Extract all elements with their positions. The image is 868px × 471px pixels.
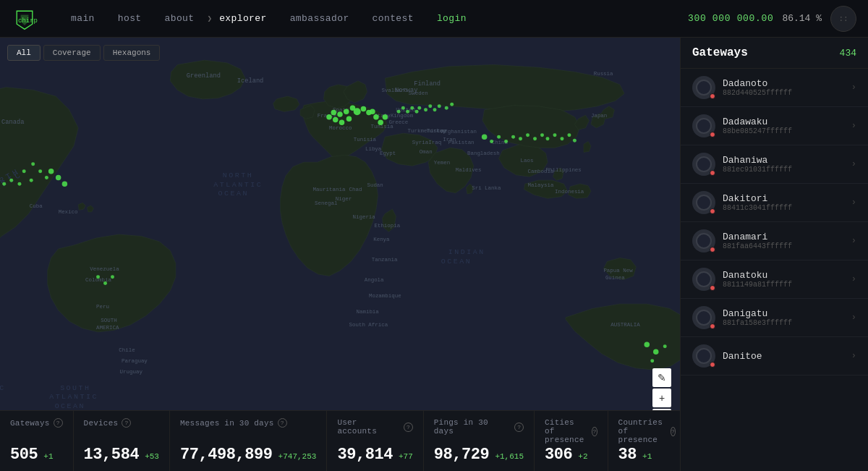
stat-label: Messages in 30 days bbox=[180, 419, 274, 428]
svg-text:Ethiopia: Ethiopia bbox=[374, 223, 400, 229]
nav-main[interactable]: main bbox=[61, 9, 105, 28]
stat-info-icon[interactable]: ? bbox=[54, 418, 63, 428]
social-icon[interactable]: :: bbox=[830, 6, 856, 32]
svg-text:Paraguay: Paraguay bbox=[122, 358, 148, 364]
stat-label: Gateways bbox=[10, 419, 50, 428]
gateway-name: Dadanoto bbox=[723, 78, 847, 89]
gateway-item[interactable]: Dahaniwa 881ec91031ffffff › bbox=[681, 145, 868, 184]
svg-text:INDIAN: INDIAN bbox=[448, 249, 485, 257]
gateway-list: Dadanoto 882d440525ffffff › Dadawaku 88b… bbox=[681, 69, 868, 471]
svg-text:Finland: Finland bbox=[414, 80, 441, 88]
svg-point-135 bbox=[497, 135, 501, 139]
map-tab-all[interactable]: All bbox=[7, 45, 41, 61]
nav-ambassador[interactable]: ambassador bbox=[280, 9, 359, 28]
svg-text:Namibia: Namibia bbox=[356, 309, 379, 315]
svg-point-141 bbox=[540, 133, 544, 137]
svg-text:Yemen: Yemen bbox=[434, 160, 450, 166]
svg-point-122 bbox=[9, 179, 13, 182]
gateway-avatar bbox=[692, 191, 715, 214]
gateway-id: 88be085247ffffff bbox=[723, 127, 847, 135]
gateway-item[interactable]: Dadanoto 882d440525ffffff › bbox=[681, 69, 868, 107]
gateway-item[interactable]: Danigatu 881fa158e3ffffff › bbox=[681, 299, 868, 337]
gateway-info: Danatoku 8811149a81ffffff bbox=[723, 270, 847, 289]
stat-info-icon[interactable]: ? bbox=[278, 418, 287, 428]
svg-text:Chile: Chile bbox=[119, 347, 135, 353]
svg-point-109 bbox=[433, 108, 437, 111]
svg-text:Maldives: Maldives bbox=[456, 167, 482, 173]
stats-bar: Gateways ? 505 +1 Devices ? 13,584 +53 M… bbox=[0, 410, 680, 471]
svg-text:Papua New: Papua New bbox=[603, 268, 633, 273]
stat-value: 306 bbox=[545, 446, 572, 464]
svg-text:NORTH: NORTH bbox=[223, 171, 253, 179]
stat-value: 39,814 bbox=[337, 446, 393, 464]
map-zoom-in-button[interactable]: + bbox=[652, 389, 671, 407]
gateway-item[interactable]: Danitoe › bbox=[681, 337, 868, 375]
app-header: chirp main host about ❯ explorer ambassa… bbox=[0, 0, 868, 38]
nav-host[interactable]: host bbox=[108, 9, 152, 28]
svg-text:Russia: Russia bbox=[594, 71, 613, 77]
gateway-item[interactable]: Dakitori 88411c3041ffffff › bbox=[681, 184, 868, 222]
gateway-avatar bbox=[692, 306, 715, 329]
stat-info-icon[interactable]: ? bbox=[122, 418, 131, 428]
gateway-name: Danitoe bbox=[723, 351, 847, 362]
stat-cell: Gateways ? 505 +1 bbox=[0, 411, 74, 471]
svg-text:Tunisia: Tunisia bbox=[354, 137, 377, 143]
svg-text:Morocco: Morocco bbox=[329, 125, 352, 131]
gateway-info: Danigatu 881fa158e3ffffff bbox=[723, 308, 847, 327]
svg-point-118 bbox=[45, 176, 48, 179]
map-tab-coverage[interactable]: Coverage bbox=[43, 45, 101, 61]
svg-point-90 bbox=[344, 109, 349, 114]
stat-info-icon[interactable]: ? bbox=[514, 423, 524, 432]
stat-label: Countries of presence bbox=[618, 418, 667, 444]
svg-point-146 bbox=[573, 139, 576, 143]
map-tab-hexagons[interactable]: Hexagons bbox=[103, 45, 161, 61]
svg-text:South Africa: South Africa bbox=[349, 322, 388, 328]
gateway-item[interactable]: Danatoku 8811149a81ffffff › bbox=[681, 260, 868, 299]
gateway-item[interactable]: Danamari 881faa6443ffffff › bbox=[681, 222, 868, 260]
map-edit-button[interactable]: ✎ bbox=[652, 368, 671, 387]
map-tab-controls: All Coverage Hexagons bbox=[7, 45, 160, 61]
svg-point-94 bbox=[333, 117, 338, 122]
svg-point-108 bbox=[428, 104, 432, 108]
gateway-name: Dahaniwa bbox=[723, 155, 847, 166]
nav-login[interactable]: login bbox=[427, 9, 477, 28]
gateway-id: 8811149a81ffffff bbox=[723, 281, 847, 289]
svg-point-103 bbox=[406, 110, 409, 114]
gateway-name: Dadawaku bbox=[723, 116, 847, 127]
svg-point-102 bbox=[401, 106, 405, 110]
stat-info-icon[interactable]: ? bbox=[592, 427, 597, 436]
nav-about[interactable]: about bbox=[155, 9, 205, 28]
svg-text:Kingdom: Kingdom bbox=[391, 113, 414, 119]
main-nav: main host about ❯ explorer ambassador co… bbox=[61, 9, 688, 28]
sidebar-header: Gateways 434 bbox=[681, 38, 868, 69]
svg-point-123 bbox=[2, 182, 6, 186]
svg-point-111 bbox=[445, 106, 448, 110]
svg-point-145 bbox=[567, 133, 571, 137]
stat-cell: Messages in 30 days ? 77,498,899 +747,25… bbox=[170, 411, 327, 471]
stat-cell: Pings in 30 days ? 98,729 +1,615 bbox=[424, 411, 535, 471]
gateway-item[interactable]: Dadawaku 88be085247ffffff › bbox=[681, 107, 868, 145]
svg-text:Tanzania: Tanzania bbox=[372, 257, 398, 263]
stat-delta: +1,615 bbox=[495, 452, 524, 461]
chevron-right-icon: › bbox=[851, 159, 856, 169]
svg-point-110 bbox=[438, 104, 441, 108]
svg-point-119 bbox=[22, 169, 26, 173]
svg-text:Laos: Laos bbox=[521, 158, 534, 164]
gateway-id: 88411c3041ffffff bbox=[723, 204, 847, 212]
gateway-name: Danatoku bbox=[723, 270, 847, 281]
stat-value: 98,729 bbox=[434, 446, 490, 464]
chevron-right-icon: › bbox=[851, 236, 856, 246]
svg-point-101 bbox=[397, 110, 401, 114]
svg-text:Indonesia: Indonesia bbox=[555, 189, 584, 195]
stat-info-icon[interactable]: ? bbox=[404, 423, 413, 432]
nav-explorer[interactable]: explorer bbox=[209, 9, 277, 28]
svg-text:OCEAN: OCEAN bbox=[218, 190, 249, 198]
map-area: All Coverage Hexagons .land { fill: #1e2… bbox=[0, 38, 680, 471]
chevron-right-icon: › bbox=[851, 351, 856, 361]
stat-delta: +1 bbox=[642, 452, 652, 461]
svg-point-148 bbox=[103, 281, 107, 285]
svg-point-112 bbox=[450, 103, 454, 106]
svg-text:Japan: Japan bbox=[591, 113, 607, 119]
stat-info-icon[interactable]: ? bbox=[671, 427, 676, 436]
nav-contest[interactable]: contest bbox=[362, 9, 424, 28]
